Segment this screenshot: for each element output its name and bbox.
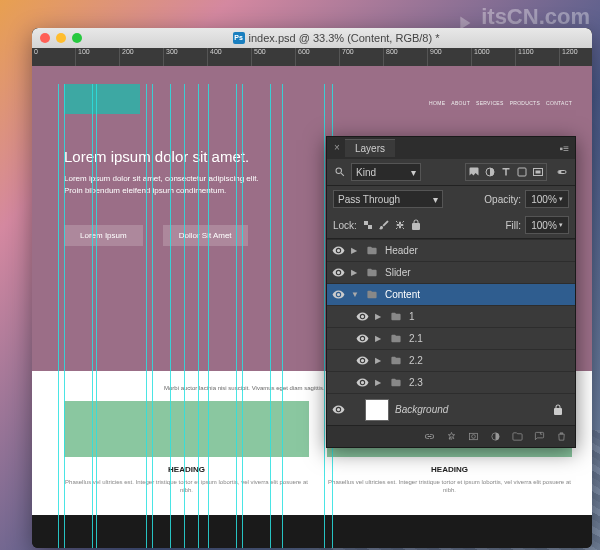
ruler-tick: 800 [384,48,428,66]
visibility-toggle-icon[interactable] [355,332,369,346]
lock-image-icon[interactable] [377,218,391,232]
folder-icon [365,245,379,256]
visibility-toggle-icon[interactable] [355,310,369,324]
expand-arrow-icon[interactable]: ▶ [375,334,383,343]
hero-body: Lorem ipsum dolor sit amet, consectetur … [64,173,274,197]
fill-value[interactable]: 100%▾ [525,216,569,234]
layer-mask-icon[interactable] [467,430,479,444]
lock-position-icon[interactable] [393,218,407,232]
new-layer-icon[interactable] [533,430,545,444]
background-thumbnail [365,399,389,421]
filter-shape-icon[interactable] [515,165,529,179]
minimize-button[interactable] [56,33,66,43]
filter-smart-icon[interactable] [531,165,545,179]
lock-label: Lock: [333,220,357,231]
expand-arrow-icon[interactable]: ▶ [375,356,383,365]
horizontal-ruler[interactable]: 0100200300400500600700800900100011001200 [32,48,592,66]
nav-item: CONTACT [546,100,572,106]
folder-icon [389,333,403,344]
svg-rect-6 [364,221,368,225]
layer-row[interactable]: ▶2.1 [327,327,575,349]
ruler-tick: 1200 [560,48,592,66]
ruler-tick: 600 [296,48,340,66]
panel-tab-row: × Layers ▪≡ [327,137,575,159]
svg-rect-7 [368,225,372,229]
filter-kind-label: Kind [356,167,376,178]
document-title-text: index.psd @ 33.3% (Content, RGB/8) * [249,32,440,44]
visibility-toggle-icon[interactable] [331,244,345,258]
logo-placeholder [64,84,140,114]
nav-item: HOME [429,100,445,106]
folder-icon [389,377,403,388]
opacity-label: Opacity: [484,194,521,205]
background-layer[interactable]: Background [327,393,575,425]
visibility-toggle-icon[interactable] [331,266,345,280]
fill-label: Fill: [505,220,521,231]
delete-layer-icon[interactable] [555,430,567,444]
layer-name: Header [385,245,418,256]
expand-arrow-icon[interactable]: ▶ [351,246,359,255]
expand-arrow-icon[interactable]: ▼ [351,290,359,299]
link-layers-icon[interactable] [423,430,435,444]
ruler-tick: 700 [340,48,384,66]
filter-toggle-icon[interactable] [555,165,569,179]
expand-arrow-icon[interactable]: ▶ [375,378,383,387]
ruler-tick: 1000 [472,48,516,66]
adjustment-layer-icon[interactable] [489,430,501,444]
titlebar[interactable]: index.psd @ 33.3% (Content, RGB/8) * [32,28,592,48]
panel-footer: fx [327,425,575,447]
svg-rect-9 [469,433,477,439]
nav-item: ABOUT [451,100,470,106]
layer-row[interactable]: ▶Slider [327,261,575,283]
filter-adjustment-icon[interactable] [483,165,497,179]
maximize-button[interactable] [72,33,82,43]
close-button[interactable] [40,33,50,43]
filter-pixel-icon[interactable] [467,165,481,179]
visibility-toggle-icon[interactable] [331,403,345,417]
nav-item: SERVICES [476,100,504,106]
card-image [64,401,309,457]
layer-row[interactable]: ▼Content [327,283,575,305]
layer-row[interactable]: ▶2.2 [327,349,575,371]
nav-item: PRODUCTS [510,100,540,106]
layer-style-icon[interactable]: fx [445,430,457,444]
layer-row[interactable]: ▶Header [327,239,575,261]
ruler-tick: 1100 [516,48,560,66]
blend-mode-dropdown[interactable]: Pass Through▾ [333,190,443,208]
card-heading: HEADING [64,465,309,474]
content-card: HEADINGPhasellus vel ultricies est. Inte… [64,401,309,495]
layers-tab[interactable]: Layers [345,139,395,157]
layer-row[interactable]: ▶2.3 [327,371,575,393]
svg-rect-1 [518,168,526,176]
filter-kind-dropdown[interactable]: Kind▾ [351,163,421,181]
panel-menu-icon[interactable]: ▪≡ [554,143,575,154]
expand-arrow-icon[interactable]: ▶ [375,312,383,321]
lock-all-icon[interactable] [409,218,423,232]
layer-name: Slider [385,267,411,278]
new-group-icon[interactable] [511,430,523,444]
hero-button-right: Dollor Sit Amet [163,225,248,246]
layer-name: 2.3 [409,377,423,388]
lock-icon[interactable] [551,403,565,417]
ruler-tick: 400 [208,48,252,66]
layer-name: Content [385,289,420,300]
ruler-tick: 0 [32,48,76,66]
visibility-toggle-icon[interactable] [331,288,345,302]
expand-arrow-icon[interactable]: ▶ [351,268,359,277]
lock-transparent-icon[interactable] [361,218,375,232]
panel-close-icon[interactable]: × [333,144,341,152]
design-nav: HOMEABOUTSERVICESPRODUCTSCONTACT [429,100,572,106]
opacity-value[interactable]: 100%▾ [525,190,569,208]
ruler-tick: 900 [428,48,472,66]
background-layer-name: Background [395,404,448,415]
filter-type-icon[interactable] [499,165,513,179]
layer-row[interactable]: ▶1 [327,305,575,327]
visibility-toggle-icon[interactable] [355,376,369,390]
ruler-tick: 100 [76,48,120,66]
svg-point-10 [471,435,475,439]
folder-icon [389,355,403,366]
layer-name: 2.1 [409,333,423,344]
visibility-toggle-icon[interactable] [355,354,369,368]
layers-panel[interactable]: × Layers ▪≡ Kind▾ Pass Through▾ Opacity:… [326,136,576,448]
folder-icon [365,289,379,300]
